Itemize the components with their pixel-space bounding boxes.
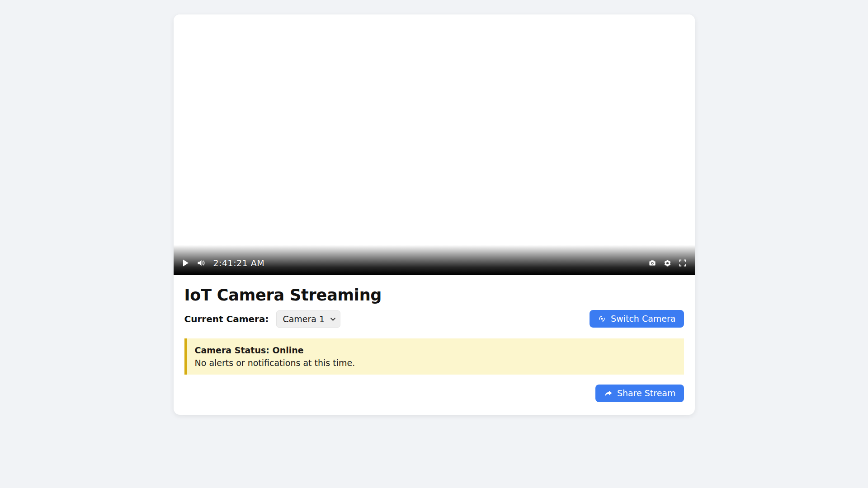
volume-icon: [197, 259, 206, 267]
video-player-surface[interactable]: 2:41:21 AM: [174, 14, 695, 275]
share-icon: [604, 389, 613, 398]
status-title: Camera Status: Online: [195, 344, 676, 357]
switch-camera-button[interactable]: Switch Camera: [590, 310, 684, 328]
switch-camera-label: Switch Camera: [611, 314, 675, 323]
snapshot-button[interactable]: [648, 259, 656, 267]
play-button[interactable]: [182, 259, 189, 267]
camera-select[interactable]: Camera 1: [276, 310, 340, 328]
fullscreen-icon: [679, 259, 687, 267]
share-stream-label: Share Stream: [617, 389, 676, 398]
camera-icon: [648, 259, 656, 267]
stream-info-section: IoT Camera Streaming Current Camera: Cam…: [174, 275, 695, 415]
player-right-controls: [648, 259, 687, 267]
gear-icon: [664, 259, 671, 267]
camera-controls-row: Current Camera: Camera 1: [184, 310, 684, 328]
volume-button[interactable]: [197, 259, 206, 267]
camera-stream-card: 2:41:21 AM: [174, 14, 695, 415]
camera-rotate-icon: [598, 314, 606, 323]
status-box: Camera Status: Online No alerts or notif…: [184, 338, 684, 375]
share-row: Share Stream: [184, 385, 684, 402]
stream-time: 2:41:21 AM: [213, 258, 265, 268]
page-title: IoT Camera Streaming: [184, 286, 684, 304]
status-message: No alerts or notifications at this time.: [195, 357, 676, 369]
settings-button[interactable]: [664, 259, 671, 267]
play-icon: [182, 259, 189, 267]
current-camera-label: Current Camera:: [184, 314, 269, 324]
fullscreen-button[interactable]: [679, 259, 687, 267]
share-stream-button[interactable]: Share Stream: [595, 385, 684, 402]
player-control-bar: 2:41:21 AM: [174, 245, 695, 275]
